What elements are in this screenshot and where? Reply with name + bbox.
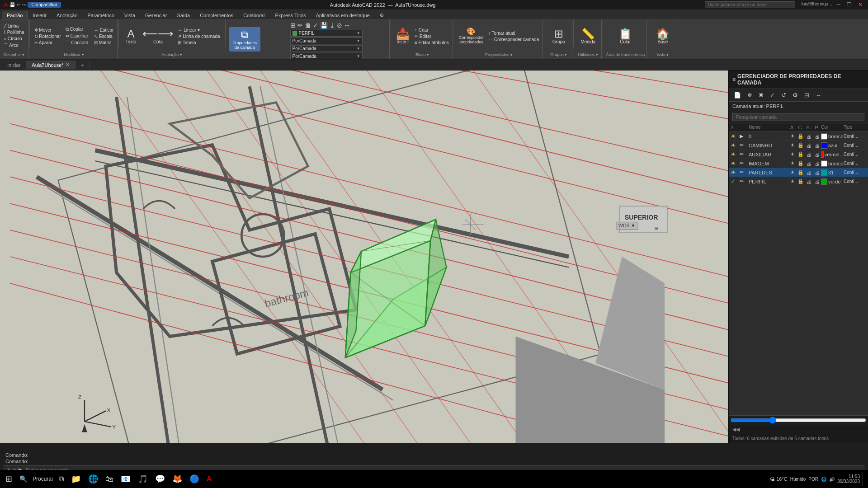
tab-extra[interactable]: ⊕ [375, 10, 389, 19]
restore-button[interactable]: ❐ [845, 1, 854, 8]
lm-btn-refresh[interactable]: ↺ [779, 91, 788, 99]
taskbar-language[interactable]: POR [808, 477, 818, 482]
tab-express[interactable]: Express Tools [270, 11, 311, 19]
user-account[interactable]: luis99henriqu... [802, 1, 832, 8]
btn-base[interactable]: 🏠 Base [654, 28, 672, 45]
quick-access-save[interactable]: 💾 [9, 2, 15, 7]
btn-inserir[interactable]: 📥 Inserir [394, 28, 412, 45]
btn-tomar-atual[interactable]: ↑ Tomar atual [486, 30, 541, 36]
start-button[interactable]: ⊞ [4, 472, 14, 486]
tab-vista[interactable]: Vista [119, 11, 140, 19]
cam-icon1[interactable]: ⊞ [290, 22, 296, 29]
taskbar-explorer[interactable]: 📁 [69, 472, 83, 486]
btn-linear[interactable]: ↔ Linear ▾ [176, 27, 222, 33]
btn-editar-bloco[interactable]: ✏ Editar [413, 33, 451, 39]
cam-icon4[interactable]: ✓ [313, 22, 318, 29]
btn-tabela[interactable]: ⊞ Tabela [176, 40, 222, 46]
lm-btn-new-layer[interactable]: 📄 [731, 91, 743, 99]
search-label[interactable]: Procurar [33, 476, 53, 482]
btn-grupo[interactable]: ⊞ Grupo [550, 28, 568, 45]
tab-saida[interactable]: Saída [172, 11, 195, 19]
btn-editar-atributos[interactable]: ≡ Editar atributos [413, 40, 451, 46]
tab-aplicativos[interactable]: Aplicativos em destaque [311, 11, 375, 19]
taskbar-teams[interactable]: 💬 [153, 472, 167, 486]
layer-scrollbar[interactable] [731, 418, 866, 422]
taskbar-edge[interactable]: 🌐 [86, 472, 100, 486]
tab-anotacao[interactable]: Anotação [52, 11, 82, 19]
btn-colar[interactable]: 📋 Colar [616, 28, 634, 45]
search-button[interactable]: 🔍 [18, 474, 29, 484]
btn-corresponder-camada[interactable]: ↔ Corresponder camada [486, 37, 541, 42]
taskbar-firefox[interactable]: 🦊 [170, 472, 184, 486]
btn-polilinha[interactable]: ⌇ Polilinha [2, 29, 26, 35]
btn-circulo[interactable]: ○ Círculo [2, 36, 26, 42]
close-button[interactable]: ✕ [856, 1, 864, 8]
canvas-area[interactable]: [-][Vista perspectiva:0] [Rara:1] [0, 70, 728, 443]
taskbar-chrome[interactable]: 🔵 [188, 472, 201, 486]
btn-mover[interactable]: ✥ Mover [33, 27, 63, 33]
btn-matriz[interactable]: ⊞ Matriz [92, 40, 115, 46]
btn-leader[interactable]: ↗ Linha de chamada [176, 33, 222, 39]
cam-icon7[interactable]: ⊘ [337, 22, 342, 29]
porcamada-dropdown-1[interactable]: PorCamada ▼ [290, 38, 363, 44]
btn-concord[interactable]: ⌒ Concord. [64, 39, 91, 47]
taskview-button[interactable]: ⧉ [57, 473, 66, 485]
lm-btn-current[interactable]: ✓ [768, 91, 777, 99]
tab-inserir[interactable]: Inserir [28, 11, 52, 19]
taskbar-volume[interactable]: 🔊 [829, 477, 835, 482]
lm-btn-new-frozen[interactable]: ❄ [745, 91, 755, 99]
btn-esticar[interactable]: ↔ Esticar [92, 27, 115, 33]
porcamada-dropdown-3[interactable]: PorCamada ▼ [290, 53, 363, 60]
share-button[interactable]: Compartilhar [28, 2, 61, 8]
btn-espelhar[interactable]: ⇔ Espelhar [64, 33, 91, 39]
btn-cota[interactable]: ⟵⟶ Cota [141, 28, 175, 45]
search-input[interactable] [705, 1, 795, 8]
lm-btn-delete[interactable]: ✖ [756, 91, 766, 99]
quick-access-undo[interactable]: ↩ [17, 2, 20, 7]
btn-rotacionar[interactable]: ↻ Rotacionar [33, 33, 63, 39]
btn-arco[interactable]: ⌒ Arco [2, 42, 26, 49]
taskbar-network[interactable]: 🌐 [821, 477, 826, 482]
tab-parametrico[interactable]: Paramétrico [83, 11, 119, 19]
tab-iniciar[interactable]: Iniciar [2, 61, 26, 69]
taskbar-mail[interactable]: 📧 [119, 472, 132, 486]
taskbar-autocad[interactable]: A [205, 473, 214, 485]
tab-new[interactable]: + [75, 61, 90, 69]
btn-aparar[interactable]: ✂ Aparar [33, 40, 63, 46]
layer-row-auxiliar[interactable]: ☀ ✏ AUXILIAR ☀ 🔒 🖨 🖨 vermel... Contí... [729, 150, 868, 159]
btn-medida[interactable]: 📏 Medida [579, 28, 597, 45]
btn-corresponder-props[interactable]: 🎨 Corresponderpropriedades [457, 27, 486, 45]
quick-access-redo[interactable]: ↪ [22, 2, 26, 7]
btn-propriedades-camada[interactable]: ⧉ Propriedadesda camada [229, 27, 261, 52]
cam-icon6[interactable]: ⤓ [330, 22, 335, 29]
btn-criar[interactable]: + Criar [413, 27, 451, 33]
lm-btn-settings[interactable]: ⚙ [790, 91, 800, 99]
cam-icon2[interactable]: ✏ [297, 22, 303, 29]
layer-dropdown-1[interactable]: PERFIL ▼ [290, 30, 363, 37]
lm-btn-expand[interactable]: ↔ [813, 91, 824, 99]
tab-padrao[interactable]: Padrão [2, 11, 28, 19]
cam-icon5[interactable]: 💾 [320, 22, 328, 29]
layer-nav-arrow-left[interactable]: ◀◀ [732, 427, 740, 432]
tab-close-icon[interactable]: ✕ [66, 62, 70, 68]
btn-texto[interactable]: A Texto [122, 28, 140, 45]
tab-complementos[interactable]: Complementos [195, 11, 238, 19]
layer-row-0[interactable]: ☀ ▶ 0 ☀ 🔒 🖨 🖨 branco Contí... [729, 132, 868, 141]
lm-btn-filter[interactable]: ⊟ [802, 91, 811, 99]
taskbar-spotify[interactable]: 🎵 [136, 472, 150, 486]
minimize-button[interactable]: ─ [835, 1, 842, 8]
btn-linha[interactable]: ╱ Linha [2, 23, 26, 29]
tab-colaborar[interactable]: Colaborar [238, 11, 270, 19]
porcamada-dropdown-2[interactable]: PorCamada ▼ [290, 45, 363, 52]
tab-aula7[interactable]: Aula7Uhouse* ✕ [26, 61, 75, 69]
taskbar-store[interactable]: 🛍 [104, 473, 115, 486]
layer-row-paredes[interactable]: ☀ ✏ PAREDES ☀ 🔒 🖨 🖨 31 Contí... [729, 168, 868, 177]
cam-icon8[interactable]: ↔ [344, 22, 350, 29]
search-layer-input[interactable] [732, 113, 864, 121]
layer-row-caminho[interactable]: ☀ ✏ CAMINHO ☀ 🔒 🖨 🖨 azul Contí... [729, 141, 868, 150]
tab-gerenciar[interactable]: Gerenciar [140, 11, 172, 19]
btn-copiar[interactable]: ⧉ Copiar [64, 26, 91, 33]
btn-escala[interactable]: ⤡ Escala [92, 33, 115, 39]
layer-row-perfil[interactable]: ✓ ✏ PERFIL ☀ 🔒 🖨 🖨 verde Contí... [729, 177, 868, 186]
cam-icon3[interactable]: 🗑 [305, 22, 311, 29]
